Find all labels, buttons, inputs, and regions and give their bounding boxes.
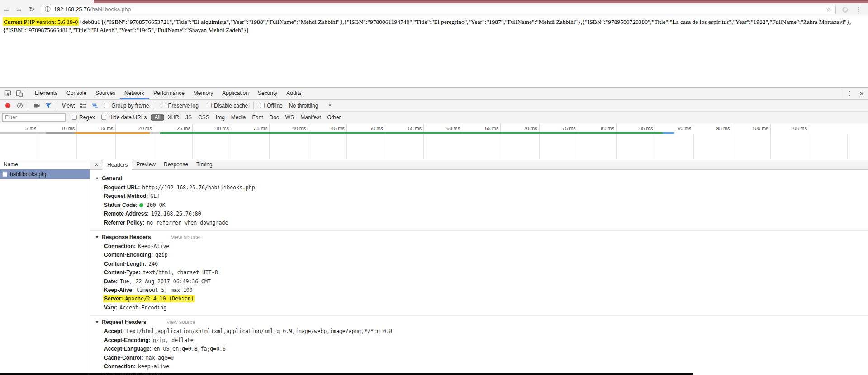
header-value: http://192.168.25.76/habilibooks.php <box>142 184 255 191</box>
inspect-element-icon[interactable] <box>2 88 14 99</box>
header-value: timeout=5, max=100 <box>136 287 193 293</box>
show-overview-waterfall-icon[interactable] <box>89 100 100 112</box>
devtools-more-icon[interactable]: ⋮ <box>844 90 855 97</box>
devtools-tab[interactable]: Memory <box>189 88 218 99</box>
resource-type-filter[interactable]: WS <box>283 114 296 121</box>
resource-type-filter[interactable]: XHR <box>166 114 181 121</box>
request-row[interactable]: habilibooks.php <box>0 169 90 179</box>
forward-icon[interactable]: → <box>13 5 25 14</box>
devtools-tab[interactable]: Sources <box>91 88 120 99</box>
view-source-link[interactable]: view source <box>167 319 195 325</box>
offline-checkbox[interactable] <box>260 103 265 108</box>
resource-type-filter[interactable]: Img <box>213 114 227 121</box>
response-headers-title[interactable]: ▼ Response Headers view source <box>90 232 868 242</box>
regex-checkbox[interactable] <box>72 115 77 120</box>
throttling-select[interactable]: No throttling <box>289 103 318 109</box>
preserve-log-checkbox[interactable] <box>161 103 166 108</box>
status-dot-icon <box>139 203 143 207</box>
resource-type-filter[interactable]: Manifest <box>298 114 323 121</box>
request-rows: habilibooks.php <box>0 169 90 179</box>
record-network-log-icon[interactable] <box>5 103 10 108</box>
header-line-inner: Date:Tue, 22 Aug 2017 06:49:36 GMT <box>103 278 212 285</box>
resource-type-filter[interactable]: CSS <box>196 114 212 121</box>
hide-data-urls-checkbox[interactable] <box>101 115 106 120</box>
resource-type-filter[interactable]: JS <box>183 114 194 121</box>
capture-screenshots-icon[interactable] <box>31 100 43 112</box>
bookmark-star-icon[interactable]: ☆ <box>826 5 832 14</box>
request-list-pane: Name habilibooks.php <box>0 160 90 375</box>
devtools-tab[interactable]: Elements <box>30 88 62 99</box>
extension-icon[interactable] <box>841 5 849 14</box>
devtools-close-icon[interactable]: ✕ <box>855 90 868 97</box>
header-line: Keep-Alive:timeout=5, max=100 <box>90 286 868 295</box>
header-line: Connection:Keep-Alive <box>90 242 868 251</box>
view-source-link[interactable]: view source <box>171 234 200 240</box>
page-info-icon[interactable]: ⓘ <box>45 5 51 14</box>
regex-label: Regex <box>79 114 95 121</box>
header-line-inner: Keep-Alive:timeout=5, max=100 <box>103 286 194 294</box>
devtools-tab[interactable]: Performance <box>149 88 189 99</box>
header-value: text/html,application/xhtml+xml,applicat… <box>126 328 393 334</box>
devtools-tab[interactable]: Application <box>218 88 253 99</box>
headers-content: ▼ General Request URL:http://192.168.25.… <box>90 170 868 375</box>
offline-label: Offline <box>267 103 282 109</box>
resource-type-filter[interactable]: All <box>151 114 163 121</box>
timeline-band-segment <box>150 132 161 134</box>
network-overview[interactable] <box>0 134 868 159</box>
reload-icon[interactable]: ↻ <box>25 5 38 14</box>
details-tab[interactable]: Timing <box>192 160 217 170</box>
devtools-tabbar-right: ⋮ ✕ <box>840 90 868 98</box>
resource-type-filter[interactable]: Font <box>250 114 266 121</box>
header-line: Request URL:http://192.168.25.76/habilib… <box>90 183 868 192</box>
resource-type-filter[interactable]: Doc <box>267 114 281 121</box>
clear-network-log-icon[interactable] <box>14 100 26 112</box>
filter-input[interactable] <box>2 113 66 122</box>
active-tab[interactable] <box>0 0 94 3</box>
request-headers-section: ▼ Request Headers view source Accept:tex… <box>90 316 868 375</box>
url-text[interactable]: 192.168.25.76/habilibooks.php <box>54 6 131 13</box>
close-details-icon[interactable]: ✕ <box>90 162 103 168</box>
header-value: keep-alive <box>138 363 169 370</box>
header-value: en-US,en;q=0.8,fa;q=0.6 <box>154 346 226 352</box>
resource-type-filter[interactable]: Other <box>325 114 343 121</box>
disable-cache-checkbox[interactable] <box>207 103 212 108</box>
header-line-inner: Remote Address:192.168.25.76:80 <box>103 210 202 217</box>
browser-menu-icon[interactable]: ⋮ <box>855 5 862 14</box>
header-name: Connection: <box>104 363 136 370</box>
filter-funnel-icon[interactable] <box>43 100 54 112</box>
header-line: Content-Type:text/html; charset=UTF-8 <box>90 268 868 277</box>
details-tab[interactable]: Preview <box>132 160 160 170</box>
divider <box>842 90 842 98</box>
devtools-tab[interactable]: Console <box>62 88 91 99</box>
section-title-text: Request Headers <box>102 319 146 325</box>
devtools-tab[interactable]: Security <box>253 88 282 99</box>
header-line: Accept:text/html,application/xhtml+xml,a… <box>90 327 868 336</box>
use-large-rows-icon[interactable] <box>77 100 89 112</box>
header-name: Connection: <box>104 243 136 249</box>
header-line-inner: Connection:keep-alive <box>103 363 170 370</box>
general-section-title[interactable]: ▼ General <box>90 173 868 183</box>
group-by-frame-checkbox[interactable] <box>104 103 109 108</box>
back-icon[interactable]: ← <box>0 5 13 14</box>
device-toolbar-icon[interactable] <box>14 88 25 99</box>
header-line-inner: Request Method:GET <box>103 192 161 200</box>
throttling-caret-icon[interactable]: ▼ <box>328 103 332 108</box>
header-value: Keep-Alive <box>138 243 169 249</box>
details-tab[interactable]: Headers <box>103 160 132 170</box>
request-headers-title[interactable]: ▼ Request Headers view source <box>90 317 868 327</box>
resource-type-filter[interactable]: Media <box>229 114 248 121</box>
devtools-tab[interactable]: Audits <box>282 88 306 99</box>
address-bar[interactable]: ⓘ 192.168.25.76/habilibooks.php ☆ <box>41 5 836 14</box>
disclosure-triangle-icon[interactable]: ▼ <box>95 320 99 324</box>
browser-toolbar: ← → ↻ ⓘ 192.168.25.76/habilibooks.php ☆ … <box>0 3 868 16</box>
group-by-frame-label: Group by frame <box>111 103 149 109</box>
disclosure-triangle-icon[interactable]: ▼ <box>95 176 99 181</box>
browser-tabstrip <box>0 0 868 3</box>
details-tab[interactable]: Response <box>160 160 192 170</box>
network-main: Name habilibooks.php ✕ <box>0 160 868 375</box>
devtools-tab[interactable]: Network <box>120 88 149 99</box>
disclosure-triangle-icon[interactable]: ▼ <box>95 235 99 239</box>
page-body-text: +deb8u1 [{"ISBN":"9788576653721","Title"… <box>3 19 851 33</box>
timeline-ruler: 5 ms 10 ms 15 ms 20 ms 25 ms 30 ms 35 ms… <box>0 124 868 134</box>
name-column-header[interactable]: Name <box>0 160 90 169</box>
